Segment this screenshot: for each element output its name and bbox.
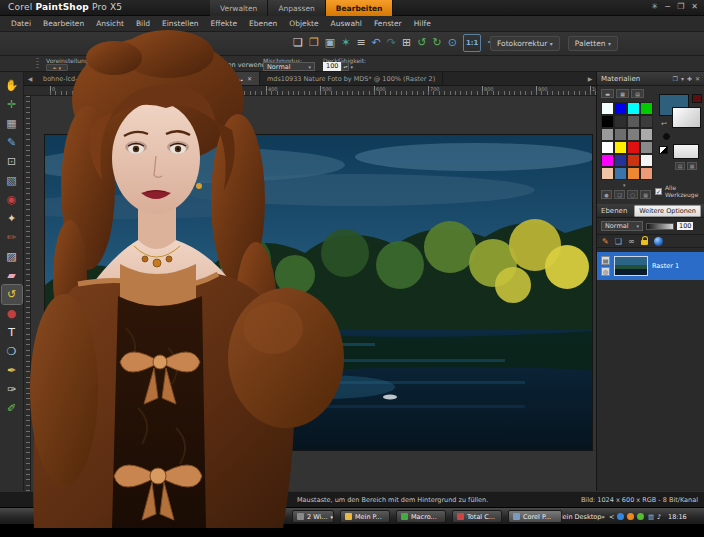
desktop-chevron[interactable]: » xyxy=(601,510,605,523)
color-circle-chip[interactable] xyxy=(662,132,671,141)
rotate-right-icon[interactable]: ↻ xyxy=(432,34,441,52)
speaker-icon[interactable]: ♪ xyxy=(657,510,661,523)
layer-opacity-slider[interactable] xyxy=(646,223,674,230)
color-swatch-6[interactable] xyxy=(627,115,640,128)
color-swatch-3[interactable] xyxy=(640,102,653,115)
color-swatch-17[interactable] xyxy=(614,154,627,167)
resize-icon[interactable]: ⊞ xyxy=(402,34,411,52)
color-swatch-7[interactable] xyxy=(640,115,653,128)
accent-color-chip[interactable] xyxy=(692,94,702,103)
close-icon[interactable]: ✕ xyxy=(691,2,698,12)
menu-item-ansicht[interactable]: Ansicht xyxy=(91,17,129,30)
color-swatch-4[interactable] xyxy=(601,115,614,128)
tab-scroll-left[interactable]: ◀ xyxy=(24,72,36,85)
text-tool[interactable]: T xyxy=(2,323,22,342)
color-swatch-22[interactable] xyxy=(627,167,640,180)
network-icon[interactable]: ▥ xyxy=(648,510,654,523)
restore-icon[interactable]: ❐ xyxy=(677,2,684,12)
mesh-warp-tool[interactable]: ✐ xyxy=(2,399,22,418)
menu-item-datei[interactable]: Datei xyxy=(6,17,36,30)
color-style-button[interactable]: ● xyxy=(601,190,612,199)
menu-item-auswahl[interactable]: Auswahl xyxy=(326,17,367,30)
pen-tool[interactable]: ✒ xyxy=(2,361,22,380)
document-tab-0[interactable]: bohne-lcd-m... xyxy=(36,72,98,85)
layer-blend-dropdown[interactable]: Normal▾ xyxy=(601,221,643,231)
makeover-tool[interactable]: ✦ xyxy=(2,209,22,228)
texture-options-button[interactable]: ▦ xyxy=(687,162,697,170)
tray-collapse-arrow[interactable]: < xyxy=(609,510,614,523)
color-swatch-2[interactable] xyxy=(627,102,640,115)
crop-tool[interactable]: ⊡ xyxy=(2,152,22,171)
color-swatch-1[interactable] xyxy=(614,102,627,115)
black-white-chip[interactable] xyxy=(659,146,668,154)
paint-brush-tool[interactable]: ✏ xyxy=(2,228,22,247)
menu-item-einstellen[interactable]: Einstellen xyxy=(157,17,204,30)
alle-werkzeuge-checkbox[interactable]: ✓ xyxy=(655,188,662,195)
menu-item-objekte[interactable]: Objekte xyxy=(284,17,323,30)
link-layers-icon[interactable]: ∞ xyxy=(628,237,635,246)
taskbar-button-meinp[interactable]: Mein P... xyxy=(340,510,390,523)
texture-chip[interactable] xyxy=(673,144,699,159)
swatch-view-tab[interactable]: ▤ xyxy=(631,89,644,98)
color-swatch-0[interactable] xyxy=(601,102,614,115)
new-file-icon[interactable]: ❏ xyxy=(293,34,303,52)
layer-row-raster1[interactable]: ▤ ◎ Raster 1 xyxy=(597,252,704,280)
layer-visibility-icon[interactable]: ▤ xyxy=(601,256,610,265)
color-swatch-20[interactable] xyxy=(601,167,614,180)
new-layer-icon[interactable]: ❏ xyxy=(615,237,622,246)
color-swatch-23[interactable] xyxy=(640,167,653,180)
texture-style-button[interactable]: ▦ xyxy=(640,190,651,199)
tab-scroll-right[interactable]: ▶ xyxy=(584,72,596,85)
menu-item-ebenen[interactable]: Ebenen xyxy=(244,17,282,30)
frame-icon[interactable]: ❐ xyxy=(673,75,678,82)
swap-colors-icon[interactable]: ↩ xyxy=(661,120,667,128)
color-swatch-11[interactable] xyxy=(640,128,653,141)
caret-icon[interactable]: ▾ xyxy=(681,75,684,82)
color-swatch-14[interactable] xyxy=(627,141,640,154)
tray-icon-0[interactable] xyxy=(617,513,624,520)
color-swatch-8[interactable] xyxy=(601,128,614,141)
tray-icon-1[interactable] xyxy=(627,513,634,520)
nature-photo-image[interactable] xyxy=(45,135,592,450)
background-eraser-tool[interactable]: ↺ xyxy=(2,285,22,304)
warp-brush-tool[interactable]: ✑ xyxy=(2,380,22,399)
open-file-icon[interactable]: ❐ xyxy=(309,34,319,52)
canvas-area[interactable]: 01002003004005006007008009001000 xyxy=(24,86,596,491)
undo-icon[interactable]: ↶ xyxy=(372,34,381,52)
workspace-tab-anpassen[interactable]: Anpassen xyxy=(268,0,325,16)
color-swatch-9[interactable] xyxy=(614,128,627,141)
color-swatch-5[interactable] xyxy=(614,115,627,128)
red-eye-tool[interactable]: ◉ xyxy=(2,190,22,209)
picture-tube-tool[interactable]: ● xyxy=(2,304,22,323)
redo-icon[interactable]: ↷ xyxy=(387,34,396,52)
color-swatch-21[interactable] xyxy=(614,167,627,180)
workspace-tab-verwalten[interactable]: Verwalten xyxy=(210,0,268,16)
frame-view-tab[interactable]: ▬ xyxy=(601,89,614,98)
weitere-optionen-button[interactable]: Weitere Optionen xyxy=(634,205,701,217)
pick-tool[interactable]: ▧ xyxy=(2,171,22,190)
pattern-style-button[interactable]: ▢ xyxy=(627,190,638,199)
share-icon[interactable]: ✶ xyxy=(341,34,350,52)
save-icon[interactable]: ▣ xyxy=(325,34,335,52)
workspace-tab-bearbeiten[interactable]: Bearbeiten xyxy=(326,0,394,16)
texture-toggle-button[interactable]: ▤ xyxy=(675,162,685,170)
dropper-tool[interactable]: ✎ xyxy=(2,133,22,152)
color-swatch-15[interactable] xyxy=(640,141,653,154)
color-swatch-19[interactable] xyxy=(640,154,653,167)
fotokorrektur-button[interactable]: Fotokorrektur ▾ xyxy=(490,36,560,51)
background-color-chip[interactable] xyxy=(672,107,701,128)
taskbar-button-macro[interactable]: Macro... xyxy=(396,510,446,523)
swatch-more-caret[interactable]: ▾ xyxy=(623,182,626,188)
edit-selection-icon[interactable]: ✎ xyxy=(602,237,609,246)
preset-shape-tool[interactable]: ❍ xyxy=(2,342,22,361)
close-icon[interactable]: ✕ xyxy=(695,75,700,82)
document-tab-2[interactable]: Image1* @ 98% (Raste...✕ xyxy=(145,72,260,85)
menu-item-bearbeiten[interactable]: Bearbeiten xyxy=(38,17,89,30)
document-tab-1[interactable]: (Raster 1) xyxy=(98,72,145,85)
preset-dropdown[interactable]: ✒ ▾ xyxy=(46,64,68,71)
eraser-tool[interactable]: ▰ xyxy=(2,266,22,285)
move-tool[interactable]: ✛ xyxy=(2,95,22,114)
layer-camera-icon[interactable]: ◎ xyxy=(601,267,610,276)
alle-ebenen-checkbox[interactable] xyxy=(186,61,193,68)
flood-fill-tool[interactable]: ▨ xyxy=(2,247,22,266)
